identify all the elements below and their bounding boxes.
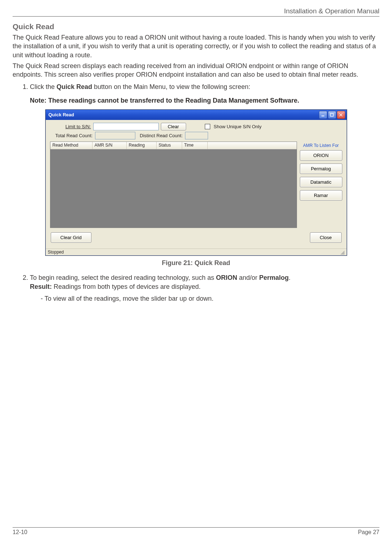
- limit-sn-label: Limit to S/N:: [51, 124, 91, 129]
- footer-left: 12-10: [13, 529, 27, 536]
- total-read-value: [95, 132, 135, 139]
- close-button[interactable]: Close: [310, 232, 341, 243]
- col-read-method[interactable]: Read Method: [50, 142, 93, 149]
- step-2-subitem: To view all of the readings, move the sl…: [41, 295, 379, 303]
- distinct-read-value: [185, 132, 208, 139]
- clear-grid-button[interactable]: Clear Grid: [51, 232, 91, 243]
- ramar-button[interactable]: Ramar: [300, 190, 342, 201]
- intro-paragraph-1: The Quick Read Feature allows you to rea…: [13, 33, 379, 59]
- figure-caption: Figure 21: Quick Read: [13, 259, 379, 267]
- status-bar: Stopped: [46, 248, 347, 255]
- col-time[interactable]: Time: [182, 142, 208, 149]
- col-reading[interactable]: Reading: [127, 142, 157, 149]
- maximize-button[interactable]: [328, 111, 336, 119]
- manual-title: Installation & Operation Manual: [284, 7, 379, 15]
- intro-paragraph-2: The Quick Read screen displays each read…: [13, 62, 379, 79]
- show-unique-label: Show Unique S/N Only: [214, 124, 262, 129]
- amr-listen-caption: AMR To Listen For: [300, 143, 342, 148]
- total-read-label: Total Read Count:: [51, 133, 93, 138]
- orion-button[interactable]: ORION: [300, 150, 342, 161]
- resize-grip-icon[interactable]: [339, 250, 344, 255]
- footer-right: Page 27: [358, 529, 379, 536]
- step-2: To begin reading, select the desired rea…: [30, 273, 379, 291]
- grid-header: Read Method AMR S/N Reading Status Time: [50, 142, 297, 149]
- grid-body: [50, 149, 297, 228]
- close-window-button[interactable]: [337, 111, 345, 119]
- minimize-button[interactable]: [319, 111, 327, 119]
- step-1: Click the Quick Read button on the Main …: [30, 82, 379, 91]
- page-header: Installation & Operation Manual: [13, 7, 379, 17]
- close-icon: [339, 113, 343, 117]
- col-status[interactable]: Status: [157, 142, 182, 149]
- note-text: Note: These readings cannot be transferr…: [30, 97, 379, 104]
- maximize-icon: [330, 113, 334, 117]
- permalog-button[interactable]: Permalog: [300, 164, 342, 174]
- amr-listen-panel: AMR To Listen For ORION Permalog Datamat…: [300, 142, 342, 228]
- readings-grid[interactable]: Read Method AMR S/N Reading Status Time: [50, 142, 297, 228]
- titlebar: Quick Read: [46, 110, 347, 120]
- window-title: Quick Read: [49, 112, 75, 117]
- section-heading: Quick Read: [13, 22, 379, 31]
- show-unique-checkbox[interactable]: [205, 124, 210, 129]
- datamatic-button[interactable]: Datamatic: [300, 177, 342, 187]
- status-text: Stopped: [48, 250, 64, 255]
- limit-sn-input[interactable]: [93, 123, 159, 130]
- distinct-read-label: Distinct Read Count:: [138, 133, 183, 138]
- svg-rect-1: [330, 113, 333, 116]
- clear-button[interactable]: Clear: [161, 123, 186, 130]
- window-controls: [319, 111, 345, 119]
- page-footer: 12-10 Page 27: [13, 527, 379, 536]
- minimize-icon: [321, 113, 325, 117]
- col-amr-sn[interactable]: AMR S/N: [93, 142, 127, 149]
- svg-rect-0: [321, 116, 324, 116]
- quick-read-window: Quick Read Limit to S/N: Clear: [45, 109, 347, 256]
